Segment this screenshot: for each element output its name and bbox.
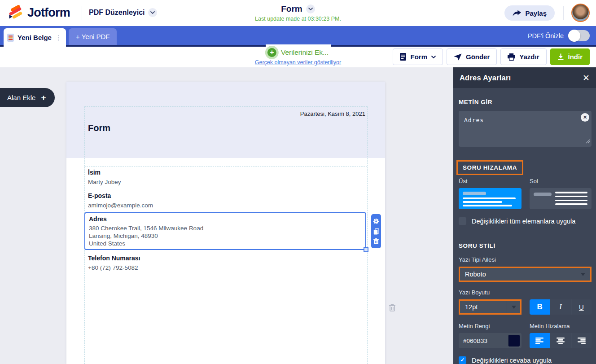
- align-top-label: Üst: [459, 178, 522, 184]
- form-button-label: Form: [410, 53, 427, 61]
- font-size-select[interactable]: 12pt: [459, 299, 522, 315]
- font-family-value: Roboto: [460, 271, 581, 278]
- chevron-down-icon: [512, 306, 516, 309]
- panel-title: Adres Ayarları: [460, 74, 511, 82]
- text-color-input[interactable]: #060B33: [459, 333, 522, 348]
- pdf-preview-toggle[interactable]: [568, 30, 590, 41]
- field-settings-gear-icon[interactable]: [373, 218, 379, 224]
- pdf-preview-toggle-group: PDF'i Önizle: [528, 30, 590, 41]
- form-dropdown-button[interactable]: Form: [393, 48, 443, 65]
- apply-all-checkbox-row[interactable]: Değişiklikleri tüm elemanlara uygula: [459, 217, 592, 225]
- layout-guide: [367, 106, 368, 364]
- product-menu-label: PDF Düzenleyici: [89, 9, 145, 17]
- align-option-left[interactable]: [530, 188, 592, 209]
- field-value-eposta[interactable]: amimojo@example.com: [88, 202, 153, 209]
- download-icon: [557, 53, 564, 60]
- color-swatch[interactable]: [508, 335, 520, 346]
- add-data-label: Verilerinizi Ek...: [281, 48, 329, 57]
- apply-answer-checkbox-row[interactable]: ✓ Değişiklikleri cevaba uygula: [459, 356, 592, 364]
- selected-field-adres[interactable]: Adres 380 Cherokee Trail, 1546 Milwaukee…: [84, 212, 366, 250]
- field-label-eposta[interactable]: E-posta: [88, 192, 111, 199]
- document-icon: [7, 34, 14, 42]
- new-pdf-button[interactable]: + Yeni PDF: [69, 28, 117, 45]
- bold-button[interactable]: B: [530, 299, 550, 315]
- pdf-header-band[interactable]: [66, 82, 385, 158]
- align-preview-pill: [534, 193, 552, 196]
- app-header: Jotform PDF Düzenleyici Form Last update…: [0, 0, 596, 26]
- text-style-buttons: B I U: [530, 299, 592, 315]
- print-button[interactable]: Yazdır: [500, 48, 546, 65]
- add-field-button[interactable]: Alan Ekle +: [0, 88, 55, 107]
- text-align-label: Metin Hizalama: [530, 323, 592, 329]
- question-alignment-label: SORU HİZALAMA: [456, 160, 523, 175]
- enter-text-label: METİN GİR: [459, 99, 592, 105]
- align-preview-pill: [463, 192, 486, 195]
- editor-canvas: Alan Ekle + Pazartesi, Kasım 8, 2021 For…: [0, 67, 455, 364]
- avatar[interactable]: [571, 4, 590, 22]
- send-button[interactable]: Gönder: [447, 48, 497, 65]
- text-align-buttons: [530, 333, 592, 348]
- header-divider: [563, 6, 564, 20]
- share-button[interactable]: Paylaş: [504, 5, 555, 21]
- align-option-top[interactable]: [459, 188, 522, 209]
- chevron-down-icon: [581, 273, 585, 276]
- pdf-form-title[interactable]: Form: [88, 123, 110, 133]
- form-document-icon: [400, 53, 406, 61]
- clear-text-icon[interactable]: ✕: [581, 113, 589, 122]
- add-data-button[interactable]: + Verilerinizi Ek...: [255, 48, 341, 57]
- resize-grip-icon[interactable]: [586, 137, 590, 145]
- jotform-logo[interactable]: Jotform: [7, 4, 70, 21]
- document-title-group: Form Last update made at 03:30:23 PM.: [255, 4, 341, 22]
- field-value-telefon[interactable]: +80 (72) 792-5082: [88, 264, 138, 271]
- header-divider: [82, 6, 82, 20]
- font-size-value: 12pt: [460, 303, 507, 311]
- question-style-label: SORU STİLİ: [459, 242, 592, 249]
- print-button-label: Yazdır: [519, 53, 539, 61]
- document-title: Form: [281, 4, 302, 14]
- adres-line-2: Lansing, Michigan, 48930: [89, 232, 362, 240]
- tab-more-menu-icon[interactable]: ⋮: [55, 34, 62, 42]
- align-left-button[interactable]: [530, 333, 550, 348]
- brand-name: Jotform: [27, 6, 70, 20]
- field-delete-trash-icon[interactable]: [373, 238, 379, 244]
- pdf-date[interactable]: Pazartesi, Kasım 8, 2021: [300, 110, 365, 117]
- field-value-isim[interactable]: Marty Jobey: [88, 179, 121, 185]
- title-chevron-down-icon[interactable]: [306, 4, 315, 13]
- adres-line-3: United States: [89, 240, 362, 247]
- tab-yeni-belge[interactable]: Yeni Belge ⋮: [4, 28, 66, 47]
- underline-button[interactable]: U: [571, 299, 592, 315]
- align-right-button[interactable]: [571, 333, 592, 348]
- align-center-button[interactable]: [550, 333, 570, 348]
- chevron-down-icon: [148, 8, 157, 17]
- text-color-label: Metin Rengi: [459, 323, 522, 329]
- apply-all-checkbox[interactable]: [459, 217, 466, 225]
- sample-data-notice-link[interactable]: Gerçek olmayan veriler gösteriliyor: [255, 59, 341, 66]
- field-text-textarea[interactable]: Adres ✕: [459, 111, 592, 147]
- add-data-group: + Verilerinizi Ek... Gerçek olmayan veri…: [255, 48, 341, 66]
- field-label-telefon[interactable]: Telefon Numarası: [88, 254, 140, 262]
- jotform-logo-icon: [7, 4, 23, 21]
- field-text-value: Adres: [464, 117, 484, 123]
- apply-all-label: Değişiklikleri tüm elemanlara uygula: [472, 218, 575, 225]
- field-duplicate-icon[interactable]: [373, 228, 379, 235]
- download-button-label: İndir: [568, 53, 583, 61]
- download-button[interactable]: İndir: [550, 48, 590, 65]
- plus-icon: +: [41, 93, 46, 103]
- send-button-label: Gönder: [466, 53, 490, 61]
- pdf-page[interactable]: Pazartesi, Kasım 8, 2021 Form İsim Marty…: [66, 82, 385, 364]
- apply-answer-checkbox[interactable]: ✓: [459, 356, 466, 364]
- resize-handle[interactable]: [364, 247, 368, 252]
- font-family-select[interactable]: Roboto: [459, 267, 592, 282]
- layout-guide: [84, 106, 367, 107]
- adres-line-1: 380 Cherokee Trail, 1546 Milwaukee Road: [89, 224, 362, 232]
- plus-circle-icon: +: [267, 48, 276, 57]
- page-delete-trash-icon[interactable]: [388, 303, 396, 314]
- field-label-isim[interactable]: İsim: [88, 169, 101, 176]
- product-menu-dropdown[interactable]: PDF Düzenleyici: [89, 8, 157, 17]
- toggle-knob: [568, 30, 580, 42]
- select-caret-cell: [507, 301, 520, 313]
- share-icon: [513, 10, 521, 17]
- italic-button[interactable]: I: [550, 299, 570, 315]
- close-icon[interactable]: ✕: [583, 74, 590, 82]
- pdf-preview-label: PDF'i Önizle: [528, 32, 564, 39]
